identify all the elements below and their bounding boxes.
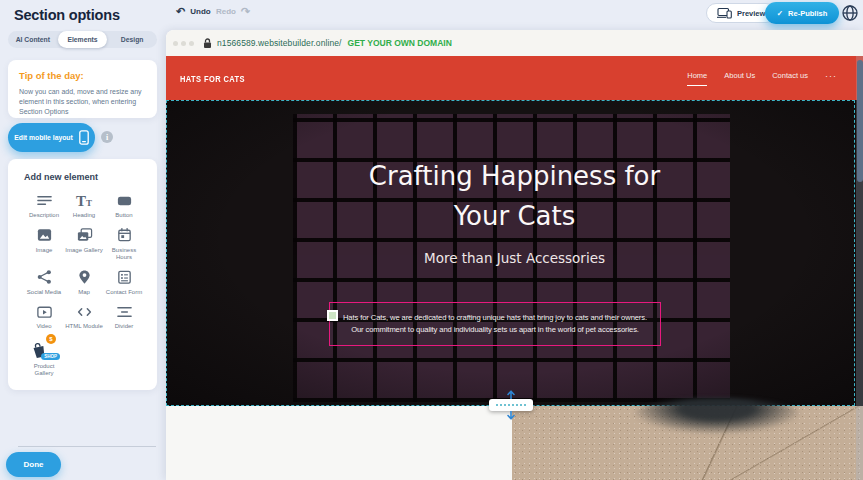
- site-url: n1566589.websitebuilder.online/: [217, 38, 342, 48]
- section-resize-handle[interactable]: [489, 390, 533, 420]
- button-icon: [116, 192, 133, 209]
- hero-text-element-selected[interactable]: Hats for Cats, we are dedicated to craft…: [329, 302, 661, 346]
- site-preview-window: n1566589.websitebuilder.online/ GET YOUR…: [166, 30, 863, 480]
- redo-label: Redo: [216, 7, 236, 16]
- done-button[interactable]: Done: [6, 452, 61, 477]
- business-hours-icon: [116, 227, 133, 244]
- preview-label: Preview: [737, 9, 765, 18]
- image-gallery-icon: [76, 227, 93, 244]
- devices-icon: [717, 7, 732, 19]
- social-media-icon: [36, 269, 53, 286]
- scrollbar-thumb[interactable]: [857, 60, 863, 182]
- tip-body: Now you can add, move and resize any ele…: [19, 87, 146, 117]
- element-divider[interactable]: Divider: [104, 303, 144, 331]
- cat-shadow-shape: [632, 398, 802, 434]
- element-image-gallery[interactable]: Image Gallery: [64, 227, 104, 262]
- element-social-media[interactable]: Social Media: [24, 269, 64, 297]
- lock-icon: [203, 38, 212, 49]
- element-grid: Description T T Heading Button: [24, 192, 157, 378]
- contact-form-icon: [116, 269, 133, 286]
- selection-handle[interactable]: [327, 310, 338, 321]
- element-description[interactable]: Description: [24, 192, 64, 220]
- svg-text:T: T: [86, 198, 92, 208]
- republish-label: Re-Publish: [788, 9, 827, 18]
- element-html-module[interactable]: HTML Module: [64, 303, 104, 331]
- republish-button[interactable]: ✓ Re-Publish: [765, 2, 839, 24]
- language-globe-icon[interactable]: [841, 4, 859, 22]
- image-icon: [36, 227, 53, 244]
- site-logo[interactable]: HATS FOR CATS: [180, 72, 245, 83]
- browser-address-bar: n1566589.websitebuilder.online/ GET YOUR…: [166, 30, 863, 56]
- undo-label: Undo: [190, 7, 210, 16]
- tab-elements[interactable]: Elements: [58, 31, 108, 48]
- tab-design[interactable]: Design: [107, 31, 157, 48]
- hero-section[interactable]: Crafting Happiness for Your Cats More th…: [166, 100, 863, 406]
- svg-text:T: T: [76, 193, 86, 209]
- add-new-element-panel: Add new element Description T T Heading: [8, 159, 157, 390]
- sidebar-divider: [18, 446, 156, 447]
- tip-of-the-day-card: Tip of the day: Now you can add, move an…: [8, 60, 157, 118]
- heading-icon: T T: [75, 192, 93, 209]
- element-map[interactable]: Map: [64, 269, 104, 297]
- nav-contact-us[interactable]: Contact us: [772, 71, 808, 86]
- element-business-hours[interactable]: Business Hours: [104, 227, 144, 262]
- nav-about-us[interactable]: About Us: [724, 71, 755, 86]
- sidebar-tab-bar: AI Content Elements Design: [8, 31, 157, 48]
- element-contact-form[interactable]: Contact Form: [104, 269, 144, 297]
- browser-dot: [173, 41, 178, 46]
- phone-icon: [79, 130, 89, 145]
- undo-icon: ↶: [176, 6, 185, 17]
- element-image[interactable]: Image: [24, 227, 64, 262]
- edit-mobile-layout-button[interactable]: Edit mobile layout: [8, 123, 95, 152]
- html-module-icon: [76, 303, 93, 320]
- hero-subheading[interactable]: More than Just Accessories: [166, 250, 863, 266]
- site-nav: Home About Us Contact us ···: [687, 71, 837, 86]
- nav-more-icon[interactable]: ···: [825, 71, 837, 85]
- page-title: Section options: [14, 7, 120, 23]
- hero-heading[interactable]: Crafting Happiness for Your Cats: [166, 156, 863, 237]
- element-button[interactable]: Button: [104, 192, 144, 220]
- video-icon: [36, 303, 53, 320]
- tip-title: Tip of the day:: [19, 70, 146, 81]
- preview-scrollbar[interactable]: [856, 56, 863, 480]
- redo-button[interactable]: Redo ↷: [216, 6, 250, 17]
- check-icon: ✓: [777, 9, 783, 18]
- resize-grip[interactable]: [489, 399, 533, 411]
- info-icon[interactable]: i: [101, 131, 113, 143]
- edit-mobile-label: Edit mobile layout: [14, 134, 73, 141]
- hero-body-text: Hats for Cats, we are dedicated to craft…: [337, 312, 653, 336]
- product-gallery-dollar-badge: $: [46, 334, 56, 344]
- tab-ai-content[interactable]: AI Content: [8, 31, 58, 48]
- element-heading[interactable]: T T Heading: [64, 192, 104, 220]
- browser-dot: [181, 41, 186, 46]
- site-header: HATS FOR CATS Home About Us Contact us ·…: [166, 56, 863, 100]
- undo-button[interactable]: ↶ Undo: [176, 6, 211, 17]
- browser-dot: [189, 41, 194, 46]
- element-product-gallery[interactable]: $ SHOP Product Gallery: [24, 338, 64, 378]
- product-gallery-icon: $ SHOP: [30, 338, 58, 360]
- description-icon: [36, 192, 53, 209]
- divider-icon: [116, 303, 133, 320]
- nav-home[interactable]: Home: [687, 71, 707, 86]
- map-icon: [76, 269, 93, 286]
- next-section-image[interactable]: [512, 406, 863, 480]
- redo-icon: ↷: [241, 6, 250, 17]
- add-element-title: Add new element: [24, 172, 157, 182]
- get-domain-link[interactable]: GET YOUR OWN DOMAIN: [348, 38, 452, 48]
- product-gallery-shop-badge: SHOP: [41, 353, 60, 360]
- next-section-background: [166, 406, 512, 480]
- element-video[interactable]: Video: [24, 303, 64, 331]
